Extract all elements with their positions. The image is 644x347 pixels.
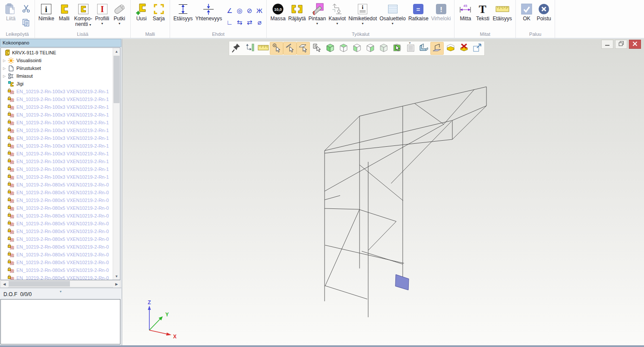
tree-item-visualisointi[interactable]: ▷Visualisointi xyxy=(1,57,113,64)
tree-item-part[interactable]: EN_10219-2-Rn-100x3 VXEN10219-2-Rn-1 xyxy=(1,111,113,119)
tree-item-part[interactable]: EN_10219-2-Rn-080x5 VXEN10219-2-Rn-0 xyxy=(1,235,113,243)
tree-item-ilmiasut[interactable]: ▷Ilmiasut xyxy=(1,72,113,80)
rajayta-button[interactable]: Räjäytä xyxy=(287,1,307,32)
paste-button[interactable]: Liitä xyxy=(2,1,19,32)
ok-button[interactable]: OK xyxy=(518,1,535,32)
tree-item-part[interactable]: EN_10219-2-Rn-100x3 VXEN10219-2-Rn-1 xyxy=(1,142,113,150)
cube-top-button[interactable] xyxy=(337,42,350,55)
ruler-mini-button[interactable] xyxy=(256,42,270,55)
tree-item-part[interactable]: EN_10219-2-Rn-080x5 VXEN10219-2-Rn-0 xyxy=(1,181,113,189)
horizontal-scroll-thumb[interactable] xyxy=(9,281,70,287)
tree-vertical-scrollbar[interactable]: ▲ ▼ xyxy=(113,48,120,280)
tree-item-part[interactable]: EN_10219-2-Rn-080x5 VXEN10219-2-Rn-0 xyxy=(1,220,113,227)
tree-item-jigi[interactable]: Jigi xyxy=(1,80,113,88)
scroll-down-icon[interactable]: ▼ xyxy=(113,273,120,280)
tangent-constraint-icon[interactable]: ⊘ xyxy=(244,5,254,16)
komponentti-button[interactable]: Kompo-nentti ▾ xyxy=(73,1,94,32)
close-button[interactable] xyxy=(629,40,641,49)
expand-arrow-icon[interactable]: ▷ xyxy=(3,74,8,78)
tree-item-part[interactable]: EN_10219-2-Rn-100x3 VXEN10219-2-Rn-1 xyxy=(1,150,113,158)
minimize-button[interactable] xyxy=(601,40,613,49)
sketch-plane-button[interactable] xyxy=(430,42,444,55)
scroll-left-icon[interactable]: ◀ xyxy=(1,281,8,287)
section-box-button[interactable] xyxy=(444,42,457,55)
tree-item-part[interactable]: EN_10219-2-Rn-080x5 VXEN10219-2-Rn-0 xyxy=(1,196,113,204)
cube-select-button[interactable] xyxy=(390,42,404,55)
pin-button[interactable] xyxy=(230,42,243,55)
fix-constraint-icon[interactable]: ⌀ xyxy=(254,16,264,28)
poistu-button[interactable]: Poistu xyxy=(535,1,552,32)
profile-l-button[interactable] xyxy=(417,42,430,55)
tree-item-part[interactable]: EN_10219-2-Rn-080x5 VXEN10219-2-Rn-0 xyxy=(1,274,113,280)
concentric-constraint-icon[interactable]: ◎ xyxy=(234,5,244,16)
tree-item-part[interactable]: EN_10219-2-Rn-080x5 VXEN10219-2-Rn-0 xyxy=(1,204,113,212)
view-list-button[interactable]: ▼ xyxy=(404,42,417,55)
angle-constraint-icon[interactable]: ∠ xyxy=(224,5,234,16)
etaisyys_v-button[interactable]: Etäisyys xyxy=(172,1,194,32)
tree-item-part[interactable]: EN_10219-2-Rn-100x3 VXEN10219-2-Rn-1 xyxy=(1,165,113,173)
model-viewport[interactable]: Z Y X ▼ xyxy=(122,39,644,345)
kaaviot-button[interactable]: Kaaviot▾ xyxy=(327,1,347,32)
cube-solid-button[interactable] xyxy=(323,42,337,55)
perpendicular-constraint-icon[interactable]: ∟ xyxy=(224,16,234,28)
tree-item-part[interactable]: EN_10219-2-Rn-080x5 VXEN10219-2-Rn-0 xyxy=(1,259,113,266)
tree-item-part[interactable]: EN_10219-2-Rn-100x3 VXEN10219-2-Rn-1 xyxy=(1,103,113,111)
tree-item-piirustukset[interactable]: ▷Piirustukset xyxy=(1,64,113,72)
tree-root-assembly[interactable]: KRVX-911-9 TELINE xyxy=(1,49,113,57)
tree-item-part[interactable]: EN_10219-2-Rn-080x5 VXEN10219-2-Rn-0 xyxy=(1,266,113,274)
tree-item-part[interactable]: EN_10219-2-Rn-100x3 VXEN10219-2-Rn-1 xyxy=(1,158,113,165)
parallel-constraint-icon[interactable]: ⇄ xyxy=(244,16,254,28)
yhtenevyys-button[interactable]: Yhtenevyys xyxy=(194,1,223,32)
cube-left-button[interactable] xyxy=(350,42,363,55)
cut-button[interactable] xyxy=(20,4,32,14)
tree-item-part[interactable]: EN_10219-2-Rn-100x3 VXEN10219-2-Rn-1 xyxy=(1,126,113,134)
ruler-button[interactable]: Etäisyys xyxy=(491,1,513,32)
teksti-button[interactable]: TTeksti xyxy=(474,1,491,32)
tree-horizontal-scrollbar[interactable]: ◀ ▶ xyxy=(0,280,120,287)
drag-measure-button[interactable] xyxy=(243,42,256,55)
profiili-button[interactable]: IProfiili▾ xyxy=(94,1,111,32)
tree-item-part[interactable]: EN_10219-2-Rn-080x5 VXEN10219-2-Rn-0 xyxy=(1,227,113,235)
select-point-button[interactable] xyxy=(270,42,283,55)
virheloki-button[interactable]: !Virheloki xyxy=(430,1,452,32)
copy-button[interactable] xyxy=(20,18,32,28)
select-edge-button[interactable] xyxy=(283,42,297,55)
nimiketiedot-button[interactable]: iNimiketiedot▾ xyxy=(347,1,378,32)
tree-item-part[interactable]: EN_10219-2-Rn-080x5 VXEN10219-2-Rn-0 xyxy=(1,243,113,251)
vertical-scroll-thumb[interactable] xyxy=(114,56,120,103)
ratkaise-button[interactable]: =Ratkaise xyxy=(407,1,430,32)
viewport-canvas[interactable]: Z Y X xyxy=(122,39,644,345)
tree-item-part[interactable]: EN_10219-2-Rn-100x3 VXEN10219-2-Rn-1 xyxy=(1,119,113,126)
malli-button[interactable]: Malli xyxy=(56,1,73,32)
massa-button[interactable]: 10,0Massa xyxy=(269,1,287,32)
symmetry-constraint-icon[interactable]: Ж xyxy=(254,5,264,16)
pintaan-button[interactable]: IPintaan▾ xyxy=(307,1,327,32)
scroll-right-icon[interactable]: ▶ xyxy=(113,281,120,287)
sarja-button[interactable]: Sarja xyxy=(150,1,167,32)
osaluettelo-button[interactable]: Osaluettelo▾ xyxy=(378,1,407,32)
section-box-delete-button[interactable] xyxy=(457,42,470,55)
tree-item-part[interactable]: EN_10219-2-Rn-080x5 VXEN10219-2-Rn-0 xyxy=(1,251,113,259)
tree-item-part[interactable]: EN_10219-2-Rn-100x3 VXEN10219-2-Rn-1 xyxy=(1,173,113,181)
select-face-button[interactable] xyxy=(297,42,310,55)
expand-arrow-icon[interactable]: ▷ xyxy=(3,66,8,70)
nimike-button[interactable]: iNimike xyxy=(37,1,56,32)
expand-arrow-icon[interactable]: ▷ xyxy=(3,59,8,63)
cube-translucent-button[interactable] xyxy=(377,42,390,55)
equal-constraint-icon[interactable]: ⇆ xyxy=(234,16,244,28)
uusi-button[interactable]: Uusi xyxy=(133,1,150,32)
scroll-up-icon[interactable]: ▲ xyxy=(113,48,120,55)
assembly-tree[interactable]: KRVX-911-9 TELINE▷Visualisointi▷Piirustu… xyxy=(0,47,120,280)
putki-button[interactable]: Putki▾ xyxy=(111,1,128,32)
export-view-button[interactable] xyxy=(470,42,484,55)
tree-item-part[interactable]: EN_10219-2-Rn-100x3 VXEN10219-2-Rn-1 xyxy=(1,88,113,95)
cube-right-button[interactable] xyxy=(363,42,377,55)
tree-item-part[interactable]: EN_10219-2-Rn-080x5 VXEN10219-2-Rn-0 xyxy=(1,189,113,196)
mitta-button[interactable]: 45Mitta xyxy=(457,1,474,32)
tree-item-part[interactable]: EN_10219-2-Rn-080x5 VXEN10219-2-Rn-0 xyxy=(1,212,113,220)
tree-item-label: EN_10219-2-Rn-100x3 VXEN10219-2-Rn-1 xyxy=(16,136,109,141)
tree-item-part[interactable]: EN_10219-2-Rn-100x3 VXEN10219-2-Rn-1 xyxy=(1,134,113,142)
restore-button[interactable] xyxy=(615,40,627,49)
tree-item-part[interactable]: EN_10219-2-Rn-100x3 VXEN10219-2-Rn-1 xyxy=(1,95,113,103)
select-profile-button[interactable] xyxy=(310,42,323,55)
